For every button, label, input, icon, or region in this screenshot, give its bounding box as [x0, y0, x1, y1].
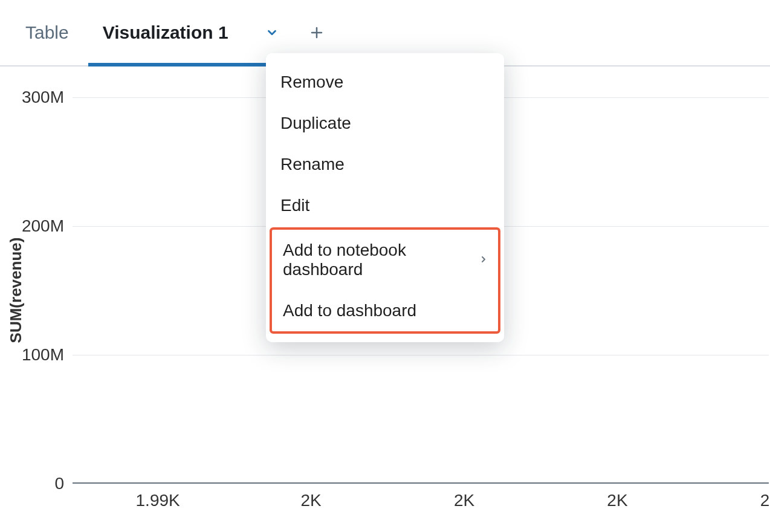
menu-item-add-to-notebook-dashboard[interactable]: Add to notebook dashboard — [272, 230, 498, 290]
x-tick-label: 2K — [300, 491, 321, 510]
tab-context-menu: Remove Duplicate Rename Edit Add to note… — [266, 53, 504, 342]
menu-item-duplicate[interactable]: Duplicate — [266, 103, 504, 144]
menu-item-remove[interactable]: Remove — [266, 62, 504, 103]
y-tick-label: 100M — [22, 345, 64, 365]
menu-item-edit[interactable]: Edit — [266, 185, 504, 226]
tab-visualization-label: Visualization 1 — [103, 22, 228, 43]
gridline — [73, 355, 769, 355]
tab-table[interactable]: Table — [23, 0, 71, 65]
y-tick-label: 200M — [22, 216, 64, 236]
x-tick-label: 2K — [607, 491, 627, 510]
tab-actions — [264, 24, 325, 41]
x-tick-label: 2K — [454, 491, 474, 510]
plus-icon[interactable] — [308, 24, 325, 41]
menu-item-add-to-dashboard[interactable]: Add to dashboard — [272, 290, 498, 331]
x-tick-label: 1.99K — [136, 491, 180, 510]
y-tick-label: 300M — [22, 88, 64, 107]
chevron-down-icon[interactable] — [264, 24, 280, 41]
tab-visualization-1[interactable]: Visualization 1 — [100, 0, 231, 65]
menu-highlight-group: Add to notebook dashboard Add to dashboa… — [270, 227, 500, 334]
x-tick-label: 2K — [760, 491, 770, 510]
y-axis-label: SUM(revenue) — [7, 238, 25, 343]
menu-item-label: Add to notebook dashboard — [283, 241, 479, 279]
chevron-right-icon — [479, 250, 488, 270]
y-tick-label: 0 — [54, 474, 64, 493]
menu-item-rename[interactable]: Rename — [266, 144, 504, 185]
